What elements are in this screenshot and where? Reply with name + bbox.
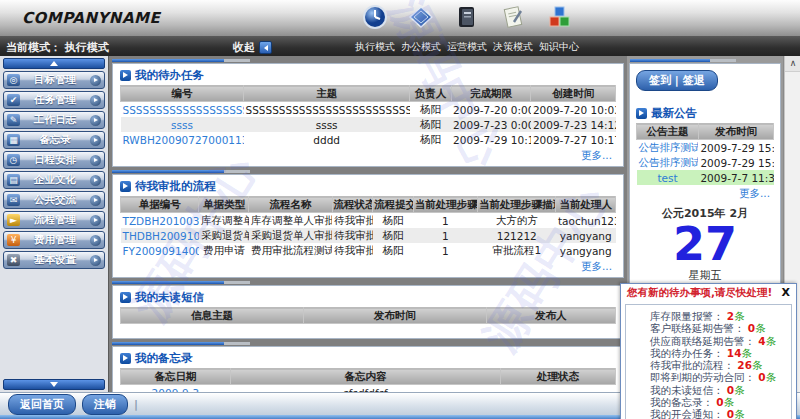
table-cell: 费用申请 [199,243,249,258]
mode-operation[interactable]: 运营模式 [444,0,490,56]
expand-arrow-icon[interactable] [90,135,101,146]
panel-todo-tasks: 我的待办任务 编号主题负责人完成期限创建时间SSSSSSSSSSSSSSSSSS… [112,63,624,167]
sidebar-item-work-log[interactable]: ✎ 工作日志 [3,111,105,129]
panel-title: 我的备忘录 [135,351,193,366]
panel-title-icon [120,292,131,303]
column-header: 流程提交人 [373,197,414,213]
table-row: FY2009091400000011费用申请费用审批流程测试待我审批杨阳1审批流… [121,243,616,258]
alert-item: 待我审批的流程： 26条 [650,359,789,371]
table-cell: RWBH20090727000113 [121,132,244,147]
row-link[interactable]: TZDBH2010030023 [123,215,199,227]
expand-arrow-icon[interactable] [90,95,101,106]
collapse-sidebar-button[interactable] [259,41,272,54]
sidebar-item-schedule[interactable]: ◷ 日程安排 [3,151,105,169]
row-link[interactable]: RWBH20090727000113 [123,134,244,146]
table-cell: 1 [413,243,477,258]
table-cell: 杨阳 [410,102,451,118]
table-cell: SSSSSSSSSSSSSSSSSSSSSSSSSSSSS [244,102,410,118]
panel-title-icon [120,353,131,364]
column-header: 公告主题 [637,124,699,140]
column-header: 备忘日期 [121,369,231,385]
more-link[interactable]: 更多... [120,147,616,164]
expand-arrow-icon[interactable] [90,195,101,206]
row-link[interactable]: ssss [171,119,193,131]
main-content: 我的待办任务 编号主题负责人完成期限创建时间SSSSSSSSSSSSSSSSSS… [109,56,627,392]
column-header: 单据编号 [121,197,199,213]
table-cell [501,385,616,393]
sidebar-item-expense[interactable]: ¥ 费用管理 [3,231,105,249]
mode-execute[interactable]: 执行模式 [352,0,398,56]
sidebar-item-communication[interactable]: ✉ 公共交流 [3,191,105,209]
sidebar-scroll-down[interactable] [3,379,105,390]
column-header: 主题 [244,86,410,102]
row-link[interactable]: test [657,172,677,184]
tools-icon: ✖ [7,254,20,266]
sidebar-item-tasks[interactable]: ✔ 任务管理 [3,91,105,109]
calendar-weekday: 星期五 [636,268,774,283]
mode-label: 决策模式 [490,40,536,54]
panel-title: 待我审批的流程 [135,179,216,194]
table-cell: THDBH2009100097 [121,228,199,243]
sidebar-item-culture[interactable]: ▤ 企业文化 [3,171,105,189]
mode-office[interactable]: 办公模式 [398,0,444,56]
approval-table: 单据编号单据类型流程名称流程状态流程提交人当前处理步骤序号当前处理步骤描述当前处… [120,196,616,258]
column-header: 发布时间 [303,308,486,324]
table-cell: ssss [121,117,244,132]
table-cell: 121212 [478,228,556,243]
row-link[interactable]: SSSSSSSSSSSSSSSSSSSSS [123,104,244,116]
row-link[interactable]: 公告排序测试2 [639,141,699,153]
table-cell: 公告排序测试1 [637,155,699,170]
table-cell: yangyang [556,243,616,258]
panel-title: 我的未读短信 [135,290,204,305]
messages-table: 信息主题发布时间发布人 [120,307,616,324]
expand-arrow-icon[interactable] [90,255,101,266]
sidebar-item-process[interactable]: ► 流程管理 [3,211,105,229]
mode-label: 办公模式 [398,40,444,54]
table-cell: 2009-9-3 [121,385,231,393]
expand-arrow-icon[interactable] [90,115,101,126]
left-arrow-icon [264,45,268,51]
sidebar-scroll-up[interactable] [3,58,105,69]
mode-knowledge[interactable]: 知识中心 [536,0,582,56]
row-link[interactable]: THDBH2009100097 [123,230,199,242]
collapse-label[interactable]: 收起 [233,40,255,55]
close-icon[interactable]: X [782,286,790,299]
calendar-day: 27 [636,221,774,268]
expand-arrow-icon[interactable] [90,215,101,226]
column-header: 当前处理人 [556,197,616,213]
row-link[interactable]: FY2009091400000011 [123,245,199,257]
more-link[interactable]: 更多... [636,185,774,202]
mode-label: 执行模式 [352,40,398,54]
sign-in-out-button[interactable]: 签到 | 签退 [636,70,718,91]
expand-arrow-icon[interactable] [90,75,101,86]
table-cell: 2009-7-7 11:34:38 [698,170,773,185]
expand-arrow-icon[interactable] [90,235,101,246]
folder-mode-icon [454,4,480,33]
row-link[interactable]: 公告排序测试1 [639,156,699,168]
table-row: test2009-7-7 11:34:38 [637,170,774,185]
todo-table: 编号主题负责人完成期限创建时间SSSSSSSSSSSSSSSSSSSSSSSSS… [120,85,616,147]
table-row: ssssssss杨阳2009-7-23 0:00:002009-7-23 14:… [121,117,616,132]
sidebar-item-settings[interactable]: ✖ 基本设置 [3,251,105,269]
logout-button[interactable]: 注销 [82,394,128,415]
scroll-up-icon[interactable]: ∧ [785,56,800,72]
table-row: 公告排序测试22009-7-29 15:39:25 [637,140,774,156]
application-window: COMPANYNAME 当前模式： 执行模式 收起 执行模式 办公模式 [0,0,800,419]
alert-item: 客户联络延期告警： 0条 [650,322,789,334]
alert-list: 库存限量报警： 2条客户联络延期告警： 0条供应商联络延期告警： 4条我的待办任… [625,304,792,419]
sidebar-item-memo[interactable]: ▦ 备忘录 [3,131,105,149]
sidebar-item-goals[interactable]: ◎ 目标管理 [3,71,105,89]
panel-unread-messages: 我的未读短信 信息主题发布时间发布人 [112,285,624,339]
money-icon: ¥ [7,234,20,246]
memo-table: 备忘日期备忘内容处理状态2009-9-3sfsdfdfsf2009-9-2我的目… [120,368,616,392]
column-header: 单据类型 [199,197,249,213]
more-link[interactable]: 更多... [120,258,616,275]
clock-icon: ◷ [7,154,20,166]
column-header: 当前处理步骤描述 [478,197,556,213]
expand-arrow-icon[interactable] [90,155,101,166]
table-cell: taochun123 [556,213,616,229]
home-button[interactable]: 返回首页 [8,394,76,415]
table-cell: 2009-7-23 0:00:00 [451,117,531,132]
mode-decision[interactable]: 决策模式 [490,0,536,56]
expand-arrow-icon[interactable] [90,175,101,186]
